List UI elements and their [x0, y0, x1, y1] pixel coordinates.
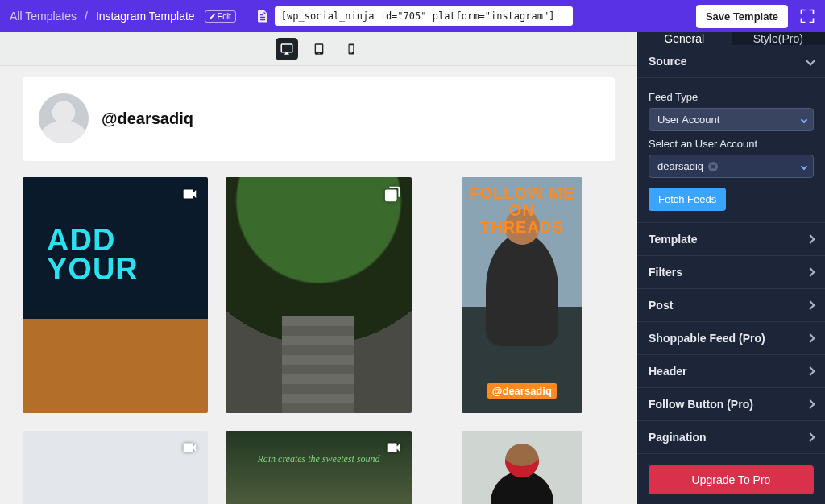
tab-general[interactable]: General: [637, 32, 732, 45]
breadcrumb-separator: /: [85, 10, 88, 23]
section-label: Header: [649, 365, 686, 378]
section-follow-button[interactable]: Follow Button (Pro): [637, 388, 825, 421]
section-label: Follow Button (Pro): [649, 398, 753, 411]
section-source[interactable]: Source: [637, 45, 825, 78]
tile-overlay-text: THREADS: [480, 218, 564, 236]
chevron-right-icon: [806, 234, 815, 243]
feed-tile[interactable]: [462, 431, 582, 504]
save-template-button[interactable]: Save Template: [696, 5, 788, 28]
document-icon: [255, 9, 270, 23]
video-icon: [180, 185, 198, 203]
tile-handle-tag: @dearsadiq: [487, 383, 557, 399]
feed-tile[interactable]: [23, 431, 208, 504]
chevron-down-icon: [801, 163, 807, 169]
settings-tabs: General Style(Pro): [637, 32, 825, 45]
settings-panel: General Style(Pro) Source Feed Type User…: [637, 32, 825, 504]
chevron-down-icon: [806, 56, 815, 65]
user-account-select[interactable]: dearsadiq: [649, 155, 814, 178]
edit-template-button[interactable]: Edit: [205, 10, 236, 23]
topbar: All Templates / Instagram Template Edit …: [0, 0, 825, 32]
user-account-value: dearsadiq: [657, 160, 703, 172]
section-label: Pagination: [649, 431, 707, 444]
edit-label: Edit: [218, 12, 231, 21]
chevron-right-icon: [806, 300, 815, 309]
profile-header: @dearsadiq: [23, 77, 615, 161]
section-label: Template: [649, 233, 697, 246]
feed-type-select[interactable]: User Account: [649, 108, 814, 131]
chevron-right-icon: [806, 267, 815, 276]
feed-preview: @dearsadiq ADD YOUR: [0, 66, 637, 504]
mobile-preview-button[interactable]: [340, 38, 363, 60]
video-icon: [180, 439, 198, 456]
fullscreen-icon[interactable]: [799, 8, 815, 24]
video-icon: [384, 439, 402, 456]
chevron-down-icon: [801, 116, 807, 122]
profile-handle: @dearsadiq: [102, 109, 193, 128]
section-header[interactable]: Header: [637, 355, 825, 388]
user-account-label: Select an User Account: [649, 138, 814, 150]
fetch-feeds-button[interactable]: Fetch Feeds: [649, 188, 726, 211]
section-label: Shoppable Feed (Pro): [649, 332, 765, 345]
chevron-right-icon: [806, 399, 815, 408]
shortcode-field: [wp_social_ninja id="705" platform="inst…: [255, 6, 573, 26]
source-body: Feed Type User Account Select an User Ac…: [637, 78, 825, 223]
remove-chip-icon[interactable]: [708, 162, 718, 171]
upgrade-button[interactable]: Upgrade To Pro: [649, 465, 814, 494]
breadcrumb-root[interactable]: All Templates: [10, 10, 77, 23]
desktop-preview-button[interactable]: [276, 38, 298, 60]
section-filters[interactable]: Filters: [637, 256, 825, 289]
feed-tile[interactable]: [226, 177, 411, 413]
carousel-icon: [384, 185, 402, 203]
tab-style[interactable]: Style(Pro): [732, 32, 826, 45]
shortcode-value[interactable]: [wp_social_ninja id="705" platform="inst…: [275, 6, 573, 26]
feed-tile[interactable]: ADD YOUR: [23, 177, 208, 413]
feed-tile[interactable]: FOLLOW ME ON THREADS @dearsadiq: [462, 177, 582, 413]
section-post[interactable]: Post: [637, 289, 825, 322]
tile-overlay-text: FOLLOW ME ON: [469, 184, 574, 219]
section-template[interactable]: Template: [637, 223, 825, 256]
tablet-preview-button[interactable]: [308, 38, 330, 60]
section-label: Post: [649, 299, 673, 312]
section-pagination[interactable]: Pagination: [637, 421, 825, 454]
feed-type-label: Feed Type: [649, 91, 814, 103]
tile-overlay-text: YOUR: [47, 252, 139, 286]
section-shoppable[interactable]: Shoppable Feed (Pro): [637, 322, 825, 355]
pencil-icon: [209, 13, 216, 19]
section-label: Filters: [649, 266, 682, 279]
section-label: Source: [649, 55, 686, 68]
chevron-right-icon: [806, 432, 815, 441]
feed-type-value: User Account: [657, 114, 719, 126]
avatar: [39, 93, 89, 143]
breadcrumb-current: Instagram Template: [96, 10, 195, 23]
chevron-right-icon: [806, 333, 815, 342]
feed-grid: ADD YOUR: [23, 177, 615, 504]
chevron-right-icon: [806, 366, 815, 375]
feed-tile[interactable]: Rain creates the sweetest sound: [226, 431, 411, 504]
device-preview-bar: [0, 32, 637, 66]
